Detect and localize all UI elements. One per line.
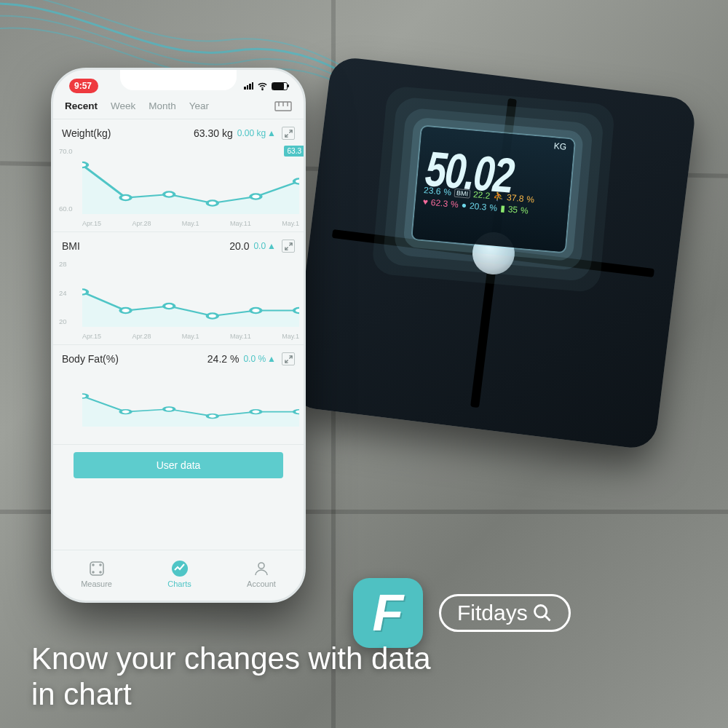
charts-icon (171, 560, 189, 577)
caption-text: Know your changes with data in chart (31, 641, 431, 712)
svg-point-9 (250, 194, 261, 199)
svg-point-18 (120, 410, 130, 414)
bodyfat-label: Body Fat(%) (62, 353, 119, 365)
svg-point-22 (294, 410, 299, 414)
bmi-section: BMI 20.0 0.0 ▲ 28 24 20 (53, 232, 304, 345)
bodyfat-delta: 0.0 % ▲ (243, 354, 276, 364)
tab-year[interactable]: Year (189, 100, 209, 111)
status-time: 9:57 (69, 79, 98, 93)
app-name-pill: Fitdays (439, 594, 571, 632)
weight-value: 63.30 kg (194, 127, 233, 139)
svg-point-29 (258, 563, 264, 569)
bodyfat-value: 24.2 % (207, 353, 240, 365)
bottom-nav: Measure Charts Account (53, 550, 304, 593)
svg-point-25 (100, 564, 101, 566)
svg-point-27 (100, 571, 101, 573)
svg-point-10 (294, 178, 299, 183)
signal-icon (244, 82, 253, 90)
svg-point-5 (82, 162, 87, 167)
expand-icon[interactable] (282, 352, 295, 365)
svg-point-13 (164, 304, 174, 309)
svg-line-31 (545, 616, 550, 621)
bmi-value: 20.0 (229, 240, 249, 252)
svg-point-12 (120, 308, 130, 313)
tab-recent[interactable]: Recent (65, 100, 98, 111)
scale-lcd: KG 50.02 23.6% BMI 22.2 ⛹ 37.8% ♥62.3% ●… (413, 126, 575, 252)
weight-section: Weight(kg) 63.30 kg 0.00 kg ▲ 63.3 70.0 … (53, 119, 304, 232)
svg-point-16 (294, 308, 299, 313)
svg-point-15 (250, 308, 261, 313)
svg-point-20 (207, 414, 218, 419)
bodyfat-chart[interactable] (82, 374, 299, 427)
svg-point-21 (250, 410, 261, 414)
weight-label: Weight(kg) (62, 127, 111, 139)
search-icon (532, 603, 553, 623)
svg-point-11 (82, 289, 87, 294)
svg-point-30 (534, 606, 546, 617)
svg-point-19 (164, 407, 174, 411)
expand-icon[interactable] (282, 240, 295, 253)
svg-point-8 (207, 200, 218, 205)
nav-measure[interactable]: Measure (81, 560, 112, 588)
measure-icon (88, 560, 106, 577)
weight-chart[interactable] (82, 149, 299, 214)
battery-icon (272, 82, 288, 90)
tab-week[interactable]: Week (111, 100, 135, 111)
bmi-label: BMI (62, 240, 80, 252)
weight-delta: 0.00 kg ▲ (237, 128, 276, 138)
expand-icon[interactable] (282, 127, 295, 140)
bodyfat-section: Body Fat(%) 24.2 % 0.0 % ▲ (53, 345, 304, 445)
tab-month[interactable]: Month (149, 100, 176, 111)
weight-last-badge: 63.3 (284, 146, 305, 157)
phone-frame: 9:57 Recent Week Month Year Weight(kg) 6… (51, 68, 306, 603)
nav-account[interactable]: Account (247, 560, 276, 588)
svg-rect-23 (90, 562, 103, 575)
svg-point-26 (92, 571, 94, 573)
svg-point-6 (120, 195, 130, 200)
svg-point-17 (82, 394, 87, 398)
svg-point-14 (207, 313, 218, 318)
wifi-icon (257, 81, 268, 92)
scale-main-reading: 50.02 (424, 140, 566, 208)
svg-point-7 (164, 191, 174, 197)
account-icon (253, 560, 270, 577)
smart-scale: KG 50.02 23.6% BMI 22.2 ⛹ 37.8% ♥62.3% ●… (289, 55, 697, 451)
bmi-chart[interactable] (82, 261, 299, 327)
ruler-icon[interactable] (274, 101, 292, 111)
app-logo: F (353, 578, 423, 648)
bmi-delta: 0.0 ▲ (253, 241, 276, 251)
nav-charts[interactable]: Charts (167, 560, 191, 588)
user-data-button[interactable]: User data (74, 452, 283, 478)
time-range-tabs: Recent Week Month Year (53, 96, 304, 119)
svg-point-0 (262, 89, 263, 90)
svg-point-24 (92, 564, 94, 566)
